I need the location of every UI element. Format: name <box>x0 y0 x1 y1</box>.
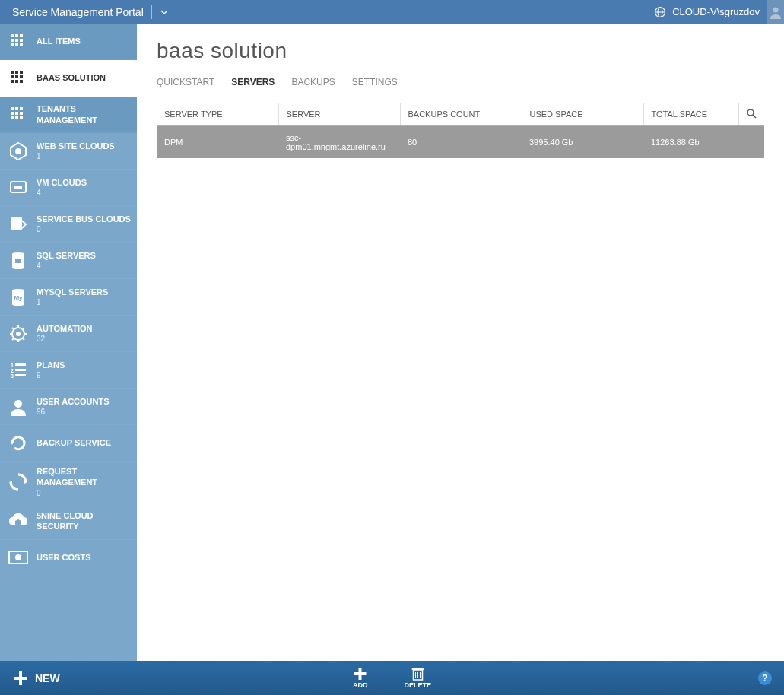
sidebar-item-tenants-management[interactable]: TENANTS MANAGEMENT <box>0 97 137 133</box>
sidebar-item-mysql-servers[interactable]: My MYSQL SERVERS 1 <box>0 279 137 316</box>
svg-rect-14 <box>15 71 18 74</box>
svg-rect-51 <box>15 369 26 371</box>
sidebar-item-label: ALL ITEMS <box>37 36 81 46</box>
svg-rect-21 <box>20 80 23 83</box>
database-my-icon: My <box>6 285 30 309</box>
tab-servers[interactable]: SERVERS <box>231 77 275 90</box>
money-icon <box>6 545 30 570</box>
svg-rect-11 <box>15 43 18 46</box>
sidebar-item-backup-service[interactable]: BACKUP SERVICE <box>0 425 137 462</box>
add-button[interactable]: ADD <box>353 667 368 689</box>
sidebar-item-request-management[interactable]: REQUEST MANAGEMENT 0 <box>0 462 137 503</box>
gear-icon <box>6 322 30 346</box>
svg-text:3: 3 <box>11 373 14 379</box>
sidebar-item-web-site-clouds[interactable]: WEB SITE CLOUDS 1 <box>0 133 137 170</box>
svg-text:2: 2 <box>11 368 14 373</box>
sidebar-item-sql-servers[interactable]: SQL SERVERS 4 <box>0 243 137 279</box>
sidebar-item-label: BAAS SOLUTION <box>37 72 106 83</box>
tab-quickstart[interactable]: QUICKSTART <box>157 77 214 90</box>
svg-rect-15 <box>20 71 23 74</box>
tabs: QUICKSTART SERVERS BACKUPS SETTINGS <box>157 77 764 90</box>
svg-rect-30 <box>20 116 23 119</box>
grid-icon <box>6 30 30 54</box>
sidebar-item-user-costs[interactable]: USER COSTS <box>0 540 137 576</box>
cell-server: ssc-dpm01.mngmt.azureline.ru <box>278 125 400 158</box>
svg-rect-17 <box>15 75 18 78</box>
sidebar-item-service-bus-clouds[interactable]: SERVICE BUS CLOUDS 0 <box>0 206 137 243</box>
sidebar-item-user-accounts[interactable]: USER ACCOUNTS 96 <box>0 389 137 425</box>
svg-point-39 <box>16 332 21 336</box>
cell-total-space: 11263.88 Gb <box>643 125 764 158</box>
col-server-type[interactable]: SERVER TYPE <box>157 103 278 125</box>
svg-rect-29 <box>15 116 18 119</box>
col-total-space[interactable]: TOTAL SPACE <box>643 103 739 125</box>
svg-rect-6 <box>20 34 23 37</box>
sidebar: ALL ITEMS BAAS SOLUTION TENANTS MANAGEME… <box>0 24 137 661</box>
sidebar-item-label: VM CLOUDS <box>37 177 87 188</box>
svg-rect-49 <box>15 363 26 366</box>
svg-text:My: My <box>14 294 23 301</box>
col-server[interactable]: SERVER <box>278 103 400 125</box>
sidebar-item-label: PLANS <box>37 360 65 370</box>
sidebar-item-count: 1 <box>37 151 115 161</box>
sidebar-item-label: REQUEST MANAGEMENT <box>37 466 131 488</box>
sidebar-item-label: WEB SITE CLOUDS <box>37 141 115 151</box>
sidebar-item-baas-solution[interactable]: BAAS SOLUTION <box>0 60 137 97</box>
servers-table: SERVER TYPE SERVER BACKUPS COUNT USED SP… <box>157 103 764 158</box>
grid-icon <box>6 103 30 127</box>
svg-rect-10 <box>11 43 14 46</box>
svg-rect-8 <box>15 39 18 42</box>
sidebar-item-label: SQL SERVERS <box>37 250 96 261</box>
sidebar-item-count: 9 <box>37 370 65 380</box>
globe-icon[interactable] <box>654 6 666 18</box>
add-label: ADD <box>353 681 368 689</box>
new-button[interactable]: NEW <box>12 670 60 687</box>
table-row[interactable]: DPM ssc-dpm01.mngmt.azureline.ru 80 3995… <box>157 125 764 158</box>
svg-rect-28 <box>11 116 14 119</box>
grid-icon <box>6 66 30 90</box>
svg-point-60 <box>747 109 754 116</box>
svg-rect-22 <box>11 107 14 110</box>
delete-button[interactable]: DELETE <box>404 667 431 689</box>
sidebar-item-count: 4 <box>37 188 87 198</box>
sidebar-item-label: AUTOMATION <box>37 323 93 334</box>
help-button[interactable]: ? <box>758 671 772 685</box>
sidebar-item-count: 32 <box>37 334 93 344</box>
top-header: Service Management Portal CLOUD-V\sgruzd… <box>0 0 784 24</box>
svg-rect-35 <box>11 217 22 230</box>
svg-rect-18 <box>20 75 23 78</box>
svg-line-45 <box>23 338 24 340</box>
svg-point-59 <box>15 554 21 560</box>
svg-rect-7 <box>11 39 14 42</box>
cell-backups-count: 80 <box>400 125 522 158</box>
svg-rect-9 <box>20 39 23 42</box>
database-icon <box>6 249 30 273</box>
svg-line-46 <box>12 338 14 340</box>
col-backups-count[interactable]: BACKUPS COUNT <box>400 103 522 125</box>
avatar[interactable] <box>767 0 784 24</box>
svg-rect-65 <box>354 672 367 675</box>
svg-rect-53 <box>15 374 26 376</box>
sidebar-item-vm-clouds[interactable]: VM CLOUDS 4 <box>0 170 137 206</box>
portal-title: Service Management Portal <box>12 6 144 18</box>
page-title: baas solution <box>157 39 764 63</box>
col-used-space[interactable]: USED SPACE <box>522 103 643 125</box>
monitor-icon <box>6 176 30 200</box>
chevron-down-icon[interactable] <box>160 8 169 17</box>
svg-rect-5 <box>15 34 18 37</box>
tab-backups[interactable]: BACKUPS <box>291 77 335 90</box>
search-icon[interactable] <box>739 103 765 125</box>
sidebar-item-count: 0 <box>37 224 131 234</box>
bottom-bar: NEW ADD DELETE ? <box>0 661 784 695</box>
sidebar-item-plans[interactable]: 123 PLANS 9 <box>0 352 137 389</box>
sidebar-item-all-items[interactable]: ALL ITEMS <box>0 24 137 60</box>
tab-settings[interactable]: SETTINGS <box>352 77 398 90</box>
bus-icon <box>6 212 30 236</box>
header-divider <box>151 5 152 19</box>
user-name[interactable]: CLOUD-V\sgruzdov <box>672 6 760 17</box>
sidebar-item-5nine-cloud-security[interactable]: 5NINE CLOUD SECURITY <box>0 503 137 540</box>
sidebar-item-automation[interactable]: AUTOMATION 32 <box>0 316 137 352</box>
svg-rect-27 <box>20 112 23 115</box>
sidebar-item-label: USER ACCOUNTS <box>37 396 110 407</box>
list-icon: 123 <box>6 358 30 382</box>
